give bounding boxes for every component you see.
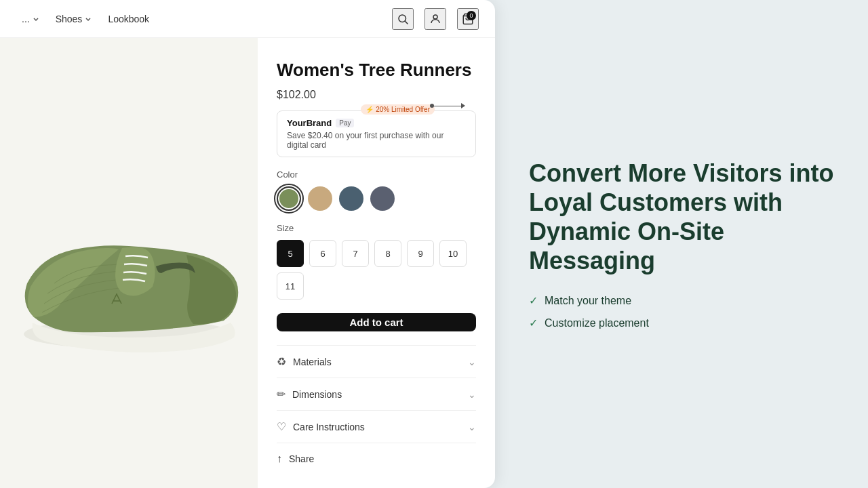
- checklist-label-2: Customize placement: [545, 317, 649, 329]
- size-btn-6[interactable]: 6: [309, 240, 336, 267]
- check-icon-1: ✓: [529, 294, 538, 307]
- navigation: ... Shoes Lookbook: [0, 0, 495, 38]
- limited-offer-badge: ⚡ 20% Limited Offer: [361, 104, 435, 115]
- color-label: Color: [277, 169, 476, 180]
- accordion-materials[interactable]: ♻ Materials ⌄: [277, 345, 476, 378]
- marketing-checklist: ✓ Match your theme ✓ Customize placement: [529, 294, 834, 329]
- account-button[interactable]: [425, 8, 446, 30]
- shoe-illustration: [7, 148, 251, 378]
- check-icon-2: ✓: [529, 317, 538, 329]
- materials-label: Materials: [293, 357, 332, 367]
- care-chevron: ⌄: [468, 422, 476, 432]
- search-button[interactable]: [392, 8, 414, 30]
- share-icon: ↑: [277, 453, 282, 465]
- nav-shoes[interactable]: Shoes: [50, 11, 98, 27]
- product-layout: Women's Tree Runners $102.00 ⚡ 20% Limit…: [0, 38, 495, 488]
- nav-icons: 0: [392, 8, 479, 30]
- materials-icon: ♻: [277, 355, 286, 368]
- checklist-item-2: ✓ Customize placement: [529, 317, 834, 329]
- nav-links: ... Shoes Lookbook: [16, 11, 381, 27]
- svg-line-1: [405, 21, 408, 24]
- size-btn-8[interactable]: 8: [374, 240, 401, 267]
- product-image-area: [0, 38, 258, 488]
- payment-save-text: Save $20.40 on your first purchase with …: [287, 131, 443, 150]
- payment-brand-name: YourBrand: [287, 118, 332, 128]
- product-details: Women's Tree Runners $102.00 ⚡ 20% Limit…: [258, 38, 495, 488]
- pay-badge: Pay: [336, 119, 354, 127]
- share-row[interactable]: ↑ Share: [277, 443, 476, 474]
- accordion-care[interactable]: ♡ Care Instructions ⌄: [277, 410, 476, 443]
- color-swatch-slate[interactable]: [370, 186, 395, 211]
- nav-ellipsis[interactable]: ...: [16, 11, 45, 27]
- materials-chevron: ⌄: [468, 357, 476, 367]
- checklist-label-1: Match your theme: [545, 295, 631, 307]
- share-label: Share: [289, 453, 314, 464]
- svg-point-2: [433, 15, 437, 19]
- size-btn-9[interactable]: 9: [407, 240, 434, 267]
- marketing-headline: Convert More Visitors into Loyal Custome…: [529, 159, 834, 276]
- size-btn-10[interactable]: 10: [439, 240, 467, 267]
- nav-lookbook[interactable]: Lookbook: [102, 11, 155, 27]
- payment-banner: ⚡ 20% Limited Offer YourBrand Pay Save $…: [277, 110, 476, 157]
- svg-point-0: [399, 15, 406, 22]
- dimensions-icon: ✏: [277, 388, 285, 401]
- dimensions-chevron: ⌄: [468, 389, 476, 400]
- marketing-panel: Convert More Visitors into Loyal Custome…: [495, 0, 868, 488]
- color-options: [277, 186, 476, 211]
- color-swatch-tan[interactable]: [308, 186, 332, 211]
- size-label: Size: [277, 223, 476, 233]
- care-label: Care Instructions: [293, 422, 365, 432]
- cart-count: 0: [467, 11, 476, 20]
- size-btn-7[interactable]: 7: [342, 240, 369, 267]
- checklist-item-1: ✓ Match your theme: [529, 294, 834, 307]
- size-btn-11[interactable]: 11: [277, 272, 304, 300]
- product-price: $102.00: [277, 89, 476, 101]
- store-panel: ... Shoes Lookbook: [0, 0, 495, 488]
- add-to-cart-button[interactable]: Add to cart: [277, 313, 476, 331]
- accordion-dimensions[interactable]: ✏ Dimensions ⌄: [277, 378, 476, 410]
- main-wrapper: ... Shoes Lookbook: [0, 0, 868, 488]
- dimensions-label: Dimensions: [292, 389, 342, 400]
- size-options: 5 6 7 8 9 10 11: [277, 240, 476, 300]
- color-swatch-olive[interactable]: [277, 186, 301, 211]
- size-btn-5[interactable]: 5: [277, 240, 304, 267]
- payment-brand-row: YourBrand Pay: [287, 118, 466, 128]
- product-title: Women's Tree Runners: [277, 60, 476, 81]
- cart-button[interactable]: 0: [457, 8, 479, 30]
- offer-arrow: [430, 103, 465, 108]
- color-swatch-steel-blue[interactable]: [339, 186, 363, 211]
- care-icon: ♡: [277, 420, 286, 433]
